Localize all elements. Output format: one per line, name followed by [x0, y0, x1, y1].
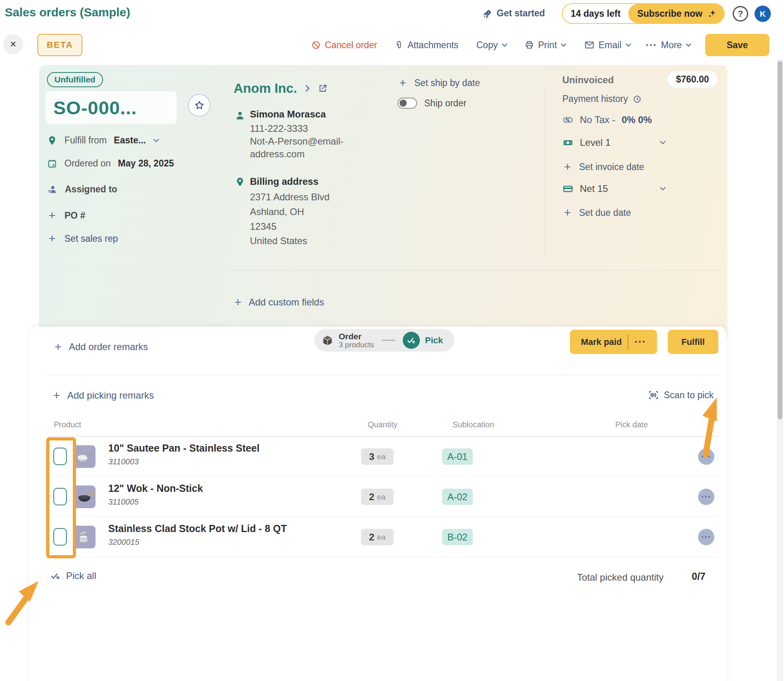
quantity-field[interactable]: 3 ea — [361, 448, 394, 465]
quantity-field[interactable]: 2 ea — [361, 489, 394, 505]
pick-step-icon[interactable] — [403, 332, 420, 349]
contact-phone: 111-222-3333 — [250, 123, 308, 134]
chevron-down-icon — [660, 141, 666, 145]
trial-subscribe-pill[interactable]: 14 days left Subscribe now — [562, 3, 725, 24]
chevron-down-icon — [502, 43, 507, 47]
mark-paid-button[interactable]: Mark paid ··· — [570, 330, 657, 354]
plus-icon: + — [47, 233, 57, 245]
trial-days-left: 14 days left — [563, 4, 628, 23]
tax-scheme-row[interactable]: No Tax - 0% 0% — [562, 114, 666, 125]
total-picked-label: Total picked quantity — [577, 572, 663, 583]
product-image-wok — [73, 485, 96, 508]
payment-terms-dropdown[interactable]: Net 15 — [562, 183, 666, 194]
save-button[interactable]: Save — [705, 34, 769, 56]
sparkle-icon — [707, 9, 717, 18]
plus-icon: + — [51, 389, 62, 401]
row-actions-button[interactable]: ··· — [698, 489, 714, 505]
pick-all-button[interactable]: Pick all — [50, 570, 96, 581]
column-header-product: Product — [54, 420, 81, 429]
money-bill-icon — [562, 137, 573, 148]
add-order-remarks[interactable]: + Add order remarks — [53, 341, 148, 353]
app-window: Sales orders (Sample) Get started 14 day… — [0, 0, 784, 681]
payment-history-link[interactable]: Payment history — [562, 94, 642, 104]
product-sku: 3110003 — [108, 457, 138, 466]
button-divider — [628, 335, 628, 350]
pick-checkbox[interactable] — [53, 528, 67, 546]
column-header-pick-date: Pick date — [615, 420, 648, 429]
external-link-icon[interactable] — [318, 84, 328, 93]
cancel-order-button[interactable]: Cancel order — [311, 34, 377, 56]
set-sales-rep-row[interactable]: + Set sales rep — [47, 233, 118, 245]
subscribe-now-button[interactable]: Subscribe now — [628, 4, 724, 23]
copy-button[interactable]: Copy — [476, 34, 507, 56]
pick-checkbox[interactable] — [53, 488, 67, 505]
pick-step-label[interactable]: Pick — [425, 335, 443, 346]
mark-paid-more[interactable]: ··· — [634, 340, 646, 344]
help-button[interactable]: ? — [733, 6, 748, 22]
column-header-sublocation: Sublocation — [452, 420, 494, 429]
plus-icon: + — [562, 161, 573, 173]
pick-checkbox[interactable] — [53, 448, 67, 465]
set-due-date[interactable]: + Set due date — [562, 207, 666, 219]
row-actions-button[interactable]: ··· — [698, 529, 714, 545]
location-pin-icon — [47, 135, 57, 146]
ellipsis-icon: ··· — [701, 492, 711, 502]
fulfill-from-row[interactable]: Fulfill from Easte... — [47, 135, 159, 146]
product-row: 12" Wok - Non-Stick 3110005 2 ea A-02 ··… — [47, 477, 718, 517]
fulfill-button[interactable]: Fulfill — [668, 330, 718, 354]
plus-icon: + — [47, 209, 57, 221]
attachments-button[interactable]: Attachments — [394, 34, 458, 56]
product-sku: 3200015 — [108, 538, 139, 547]
product-image-stock-pot — [73, 526, 96, 548]
quantity-field[interactable]: 2 ea — [361, 529, 394, 545]
help-glyph: ? — [738, 9, 743, 19]
clock-icon — [633, 95, 642, 104]
paperclip-icon — [394, 40, 404, 50]
customer-link[interactable]: Anom Inc. — [234, 81, 297, 96]
ship-order-toggle[interactable] — [398, 98, 417, 109]
ordered-on-value: May 28, 2025 — [118, 158, 174, 169]
sublocation-chip[interactable]: A-02 — [442, 489, 473, 505]
ordered-on-row[interactable]: Ordered on May 28, 2025 — [47, 158, 174, 169]
more-button[interactable]: ··· More — [646, 34, 691, 56]
close-button[interactable]: × — [3, 34, 23, 54]
scrollbar-thumb[interactable] — [778, 61, 782, 419]
order-number-field[interactable]: SO-000... — [45, 91, 177, 124]
chevron-down-icon — [686, 43, 691, 47]
sublocation-chip[interactable]: A-01 — [442, 448, 473, 465]
ellipsis-icon: ··· — [701, 532, 711, 542]
assigned-to-row[interactable]: Assigned to — [47, 184, 117, 195]
set-invoice-date[interactable]: + Set invoice date — [562, 161, 666, 173]
plus-icon: + — [398, 77, 408, 89]
envelope-icon — [584, 40, 595, 50]
favorite-button[interactable] — [188, 94, 211, 117]
print-button[interactable]: Print — [525, 34, 566, 56]
contact-person-icon — [235, 110, 245, 121]
uninvoiced-label: Uninvoiced — [562, 74, 614, 86]
row-actions-button[interactable]: ··· — [698, 448, 714, 465]
set-ship-by-date[interactable]: + Set ship by date — [398, 77, 480, 89]
po-number-row[interactable]: + PO # — [47, 209, 85, 221]
product-name: Stainless Clad Stock Pot w/ Lid - 8 QT — [108, 523, 287, 534]
workflow-progress: Order 3 products Pick — [314, 329, 454, 352]
chevron-down-icon — [561, 43, 566, 47]
double-check-icon — [50, 570, 61, 581]
scan-to-pick-button[interactable]: Scan to pick — [648, 389, 714, 401]
get-started-link[interactable]: Get started — [482, 8, 545, 19]
sublocation-chip[interactable]: B-02 — [442, 529, 473, 545]
assign-person-icon — [47, 184, 58, 195]
contact-name: Simona Morasca — [250, 109, 326, 120]
ship-order-label: Ship order — [424, 98, 466, 109]
add-custom-fields[interactable]: + Add custom fields — [233, 296, 324, 308]
printer-icon — [525, 40, 534, 50]
billing-address-label: Billing address — [250, 176, 318, 187]
add-picking-remarks[interactable]: + Add picking remarks — [51, 389, 154, 401]
user-avatar[interactable]: K — [755, 6, 771, 22]
pricing-level-dropdown[interactable]: Level 1 — [562, 137, 666, 148]
ellipsis-icon: ··· — [646, 43, 657, 47]
product-name: 10" Sautee Pan - Stainless Steel — [108, 442, 259, 454]
chevron-down-icon — [660, 187, 666, 191]
tax-tag-icon — [562, 114, 573, 125]
email-button[interactable]: Email — [584, 34, 631, 56]
order-step[interactable]: Order 3 products — [339, 332, 374, 349]
